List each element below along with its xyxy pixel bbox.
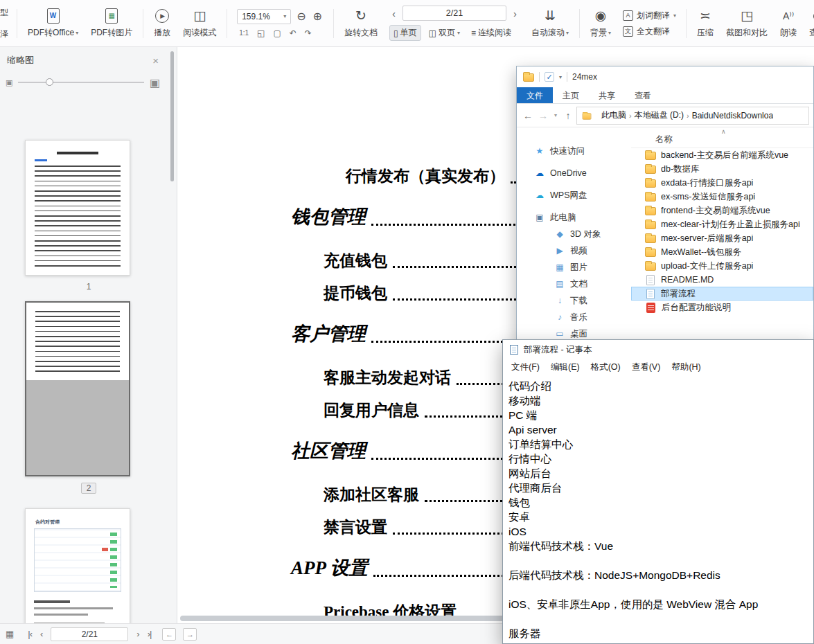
address-bar[interactable]: 此电脑 › 本地磁盘 (D:) › BaiduNetdiskDownloa [576,107,809,125]
thumbnail-size-slider[interactable] [18,82,143,83]
clipped-button-top[interactable]: 型 [0,7,12,19]
ribbon-tab[interactable]: 文件 [517,87,553,103]
file-row[interactable]: frontend-主交易前端系统vue [631,204,813,217]
file-row[interactable]: ex-sms-发送短信服务api [631,190,813,204]
full-translate-button[interactable]: 文 全文翻译 [623,26,676,37]
nav-item[interactable]: ▶ 视频 [517,242,631,259]
nav-item-icon: ★ [535,146,545,156]
read-mode-button[interactable]: ◫ 阅读模式 [177,3,222,44]
nav-item[interactable]: ♪ 音乐 [517,309,631,325]
file-row[interactable]: 部署流程 [631,287,813,301]
file-row[interactable]: README.MD [631,273,813,287]
page-layout-icon[interactable]: ▦ [6,629,14,639]
nav-item[interactable]: ★ 快速访问 [517,143,631,159]
read-mode-icon: ◫ [193,8,206,24]
notepad-titlebar[interactable]: 部署流程 - 记事本 [503,340,813,359]
notepad-menu-item[interactable]: 文件(F) [506,360,545,375]
up-icon[interactable]: ↑ [561,110,575,121]
file-rows: backend-主交易后台前端系统vue db-数据库 exdata-行情接口服… [631,148,813,314]
notepad-menu-item[interactable]: 编辑(E) [545,360,585,375]
nav-item[interactable]: ☁ WPS网盘 [517,187,631,204]
clipped-button-bottom[interactable]: 泽 [0,28,12,40]
double-page-mode-button[interactable]: ◫ 双页 ▾ [425,26,463,40]
notepad-menu-item[interactable]: 查看(V) [626,360,666,375]
nav-item[interactable]: ☁ OneDrive [517,165,631,181]
view-back-button[interactable]: ← [162,628,176,641]
breadcrumb-item[interactable]: BaiduNetdiskDownloa [692,111,773,120]
last-page-button[interactable]: ›| [143,629,156,639]
breadcrumb-item[interactable]: 本地磁盘 (D:) [635,109,684,121]
files-column-header[interactable]: ∧ 名称 [631,127,813,148]
forward-icon[interactable]: → [536,110,550,121]
thumbnail-smaller-icon[interactable]: ▣ [6,78,12,87]
fit-page-button[interactable]: ▢ [271,28,283,38]
previous-page-button[interactable]: ‹ [36,629,46,639]
statusbar-page-input[interactable] [51,627,128,641]
background-button[interactable]: ◉ 背景▾ [584,3,617,44]
pdf-to-image-button[interactable]: ▦ PDF转图片 [85,3,139,44]
screenshot-compare-button[interactable]: ◳ 截图和对比 [720,3,774,44]
zoom-in-button[interactable]: ⊕ [312,10,324,23]
compress-button[interactable]: ≍ 压缩 [691,3,720,44]
page-thumbnail-3[interactable]: 合约对管理 [25,508,130,623]
ribbon-tab[interactable]: 查看 [625,87,661,103]
zoom-level-dropdown[interactable]: 159.1% ▾ [237,9,291,24]
actual-size-button[interactable]: 1:1 [237,29,251,37]
file-row[interactable]: upload-文件上传服务api [631,259,813,273]
background-eye-icon: ◉ [595,8,607,24]
next-page-button-status[interactable]: › [132,629,143,639]
screenshot-compare-icon: ◳ [741,8,753,24]
file-row[interactable]: mex-server-后端服务api [631,231,813,245]
notepad-text-area[interactable]: 代码介绍 移动端 PC 端 Api server 订单结算中心 行情中心 网站后… [503,375,813,643]
explorer-titlebar[interactable]: ✓ ▾ 24mex [517,66,813,87]
ribbon-tab[interactable]: 共享 [589,87,625,103]
back-icon[interactable]: ← [521,110,535,121]
nav-item[interactable]: ◆ 3D 对象 [517,226,631,242]
page-number-input[interactable] [402,6,506,21]
page-thumbnail-2-current[interactable] [25,301,130,476]
prev-page-button[interactable]: ‹ [389,8,398,19]
word-translate-button[interactable]: A 划词翻译 ▾ [623,10,676,21]
continuous-reading-button[interactable]: ≡ 连续阅读 [468,26,515,40]
horizontal-scrollbar-thumb[interactable] [180,616,510,621]
view-forward-button[interactable]: → [183,628,197,641]
file-row[interactable]: exdata-行情接口服务api [631,176,813,190]
slider-knob[interactable] [46,78,53,86]
notepad-menu-item[interactable]: 格式(O) [585,360,626,375]
auto-scroll-button[interactable]: ⇊ 自动滚动▾ [525,3,575,44]
file-row[interactable]: MexWallet--钱包服务 [631,245,813,259]
nav-item[interactable]: ▣ 此电脑 [517,209,631,226]
rotate-left-button[interactable]: ↶ [287,28,299,38]
file-row[interactable]: db-数据库 [631,162,813,176]
play-button[interactable]: ▶ 播放 [148,3,177,44]
thumbnail-scrollbar[interactable] [170,51,174,181]
rotate-right-button[interactable]: ↷ [303,28,314,38]
file-row[interactable]: mex-clear-计划任务止盈止损服务api [631,217,813,231]
close-icon[interactable]: × [152,55,159,66]
thumbnail-larger-icon[interactable]: ▣ [150,76,160,89]
rotate-document-button[interactable]: ↻ 旋转文档 [338,3,384,44]
first-page-button[interactable]: |‹ [24,629,36,639]
read-aloud-button[interactable]: A⁾⁾ 朗读 [774,3,803,44]
file-row[interactable]: 后台配置功能说明 [631,301,813,314]
quick-access-toolbar-icon[interactable]: ✓ [545,72,554,82]
page-thumbnail-1[interactable] [25,140,130,276]
nav-item[interactable]: ▤ 文档 [517,276,631,292]
ribbon-tab[interactable]: 主页 [553,87,589,103]
column-header-name[interactable]: 名称 [655,134,673,145]
nav-item[interactable]: ↓ 下载 [517,292,631,309]
history-dropdown-icon[interactable]: ▾ [551,112,560,118]
find-button[interactable]: 查找 [803,3,814,44]
nav-item[interactable]: ▭ 桌面 [517,325,631,340]
next-page-button[interactable]: › [511,8,520,19]
breadcrumb-item[interactable]: 此电脑 [601,109,626,121]
qat-dropdown-icon[interactable]: ▾ [559,74,562,80]
single-page-mode-button[interactable]: ▯ 单页 [389,25,421,41]
nav-item[interactable]: ▦ 图片 [517,259,631,276]
pdf-to-office-button[interactable]: W PDF转Office▾ [21,3,85,44]
notepad-menu-item[interactable]: 帮助(H) [666,360,706,375]
zoom-out-button[interactable]: ⊖ [295,10,307,23]
file-row[interactable]: backend-主交易后台前端系统vue [631,148,813,162]
toolbar-clipped-buttons[interactable]: 型 泽 [0,3,12,44]
fit-width-button[interactable]: ◱ [255,28,267,38]
